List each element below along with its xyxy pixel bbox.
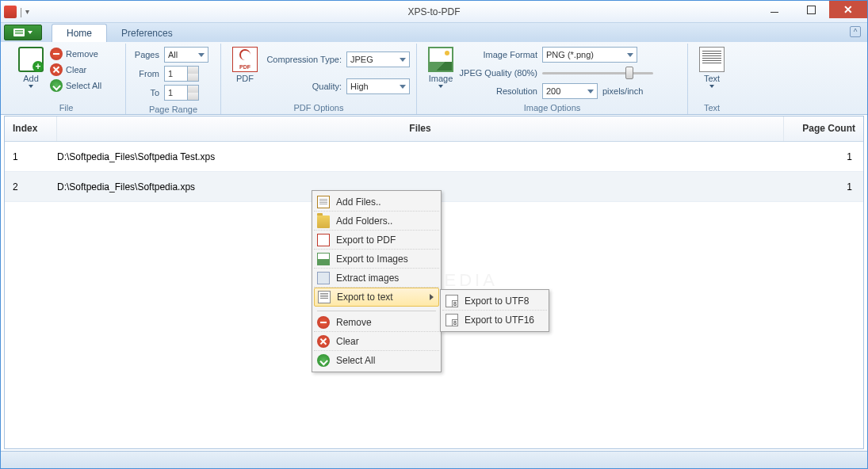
pdf-button[interactable]: PDF — [228, 45, 262, 85]
context-menu: Add Files.. Add Folders.. Export to PDF … — [312, 190, 442, 372]
window-title: XPS-to-PDF — [407, 6, 460, 17]
add-icon — [18, 47, 44, 72]
table-header: Index Files Page Count — [5, 116, 863, 142]
image-icon — [428, 47, 453, 72]
ribbon: Add Remove Clear Select All File — [1, 42, 867, 115]
quality-combo[interactable]: High — [346, 78, 410, 94]
group-label-text: Text — [694, 102, 729, 114]
ctx-export-utf16[interactable]: Export to UTF16 — [442, 311, 547, 330]
file-menu-button[interactable] — [4, 25, 42, 40]
col-files[interactable]: Files — [57, 116, 784, 141]
qat-dropdown-icon[interactable]: ▾ — [25, 7, 29, 16]
text-icon — [699, 47, 725, 72]
pdf-icon — [232, 47, 258, 72]
from-spinner[interactable]: 1 — [164, 66, 199, 82]
chevron-down-icon — [438, 85, 443, 88]
remove-icon — [50, 48, 63, 60]
tab-home[interactable]: Home — [52, 24, 107, 42]
group-label-page-range: Page Range — [132, 104, 214, 116]
image-label: Image — [429, 74, 453, 83]
compression-label: Compression Type: — [262, 55, 342, 64]
qat-separator: | — [20, 6, 22, 17]
ribbon-tabs: Home Preferences ^ — [1, 23, 867, 42]
image-icon — [317, 253, 330, 265]
image-format-combo[interactable]: PNG (*.png) — [542, 47, 637, 63]
extract-icon — [317, 272, 330, 284]
remove-button[interactable]: Remove — [48, 47, 103, 61]
app-icon — [4, 6, 17, 18]
utf8-icon — [445, 295, 458, 307]
clear-icon — [50, 63, 63, 76]
add-button[interactable]: Add — [13, 45, 48, 90]
group-label-file: File — [13, 102, 119, 114]
to-label: To — [132, 88, 159, 97]
to-spinner[interactable]: 1 — [164, 85, 199, 101]
quality-label: Quality: — [262, 82, 342, 91]
ctx-export-images[interactable]: Export to Images — [314, 250, 439, 269]
pdf-icon — [317, 234, 330, 246]
clear-label: Clear — [66, 65, 86, 74]
pages-combo[interactable]: All — [164, 47, 208, 63]
ctx-clear[interactable]: Clear — [314, 332, 439, 351]
text-label: Text — [704, 74, 720, 83]
title-bar: | ▾ XPS-to-PDF ✕ — [1, 1, 867, 23]
check-icon — [50, 79, 63, 92]
ctx-select-all[interactable]: Select All — [314, 351, 439, 370]
check-icon — [317, 354, 330, 367]
compression-combo[interactable]: JPEG — [346, 51, 410, 67]
separator — [317, 308, 436, 311]
ctx-export-text[interactable]: Export to text — [314, 288, 439, 307]
text-icon — [318, 291, 331, 303]
ctx-add-folders[interactable]: Add Folders.. — [314, 212, 439, 231]
remove-label: Remove — [66, 49, 98, 59]
pages-label: Pages — [132, 50, 159, 59]
ctx-export-utf8[interactable]: Export to UTF8 — [442, 292, 547, 311]
folder-icon — [317, 215, 330, 228]
jpeg-quality-slider[interactable] — [542, 66, 653, 80]
context-submenu: Export to UTF8 Export to UTF16 — [440, 289, 549, 332]
image-format-label: Image Format — [458, 50, 537, 59]
resolution-unit: pixels/inch — [602, 86, 643, 96]
image-button[interactable]: Image — [423, 45, 458, 90]
help-collapse-icon[interactable]: ^ — [850, 26, 861, 37]
group-label-image-options: Image Options — [423, 102, 681, 114]
col-page-count[interactable]: Page Count — [784, 116, 863, 141]
tab-preferences[interactable]: Preferences — [107, 25, 187, 42]
chevron-down-icon — [709, 85, 714, 88]
ctx-extract-images[interactable]: Extract images — [314, 269, 439, 288]
utf16-icon — [445, 314, 458, 326]
group-label-pdf-options: PDF Options — [228, 102, 410, 114]
add-label: Add — [23, 74, 39, 83]
clear-button[interactable]: Clear — [48, 63, 103, 77]
table-row[interactable]: 1 D:\Softpedia_Files\Softpedia Test.xps … — [5, 142, 863, 172]
close-button[interactable]: ✕ — [829, 1, 867, 18]
jpeg-quality-label: JPEG Quality (80%) — [458, 68, 537, 78]
status-bar — [1, 451, 867, 468]
clear-icon — [317, 335, 330, 348]
resolution-combo[interactable]: 200 — [542, 83, 598, 99]
select-all-button[interactable]: Select All — [48, 78, 103, 93]
chevron-down-icon — [29, 85, 33, 88]
from-label: From — [132, 69, 159, 78]
col-index[interactable]: Index — [5, 116, 57, 141]
resolution-label: Resolution — [458, 86, 537, 96]
ctx-remove[interactable]: Remove — [314, 313, 439, 332]
remove-icon — [317, 316, 330, 329]
minimize-button[interactable] — [756, 1, 793, 18]
file-icon — [317, 196, 330, 208]
pdf-label: PDF — [236, 74, 254, 83]
submenu-arrow-icon — [430, 294, 434, 300]
select-all-label: Select All — [66, 81, 101, 90]
maximize-button[interactable] — [793, 1, 829, 18]
text-button[interactable]: Text — [694, 45, 729, 90]
ctx-export-pdf[interactable]: Export to PDF — [314, 231, 439, 250]
ctx-add-files[interactable]: Add Files.. — [314, 193, 439, 212]
